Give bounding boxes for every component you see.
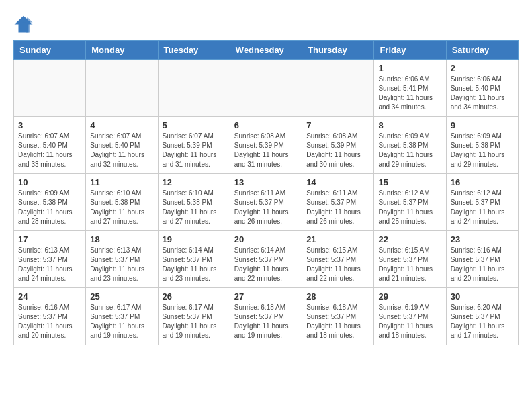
- weekday-header-thursday: Thursday: [302, 41, 374, 60]
- day-number: 2: [451, 63, 514, 73]
- day-number: 13: [234, 177, 298, 187]
- day-number: 9: [451, 120, 514, 130]
- day-number: 20: [234, 234, 298, 244]
- day-info: Sunrise: 6:15 AM Sunset: 5:37 PM Dayligh…: [306, 246, 369, 283]
- day-info: Sunrise: 6:11 AM Sunset: 5:37 PM Dayligh…: [306, 189, 369, 226]
- calendar-cell: 6Sunrise: 6:08 AM Sunset: 5:39 PM Daylig…: [230, 117, 302, 174]
- calendar-cell: 9Sunrise: 6:09 AM Sunset: 5:38 PM Daylig…: [446, 117, 518, 174]
- calendar-cell: 3Sunrise: 6:07 AM Sunset: 5:40 PM Daylig…: [14, 117, 86, 174]
- day-info: Sunrise: 6:10 AM Sunset: 5:38 PM Dayligh…: [90, 189, 153, 226]
- day-info: Sunrise: 6:08 AM Sunset: 5:39 PM Dayligh…: [306, 132, 369, 169]
- day-info: Sunrise: 6:14 AM Sunset: 5:37 PM Dayligh…: [163, 246, 226, 283]
- day-number: 18: [90, 234, 153, 244]
- day-number: 23: [451, 234, 514, 244]
- day-number: 7: [306, 120, 369, 130]
- day-number: 8: [378, 120, 441, 130]
- day-number: 22: [378, 234, 441, 244]
- day-info: Sunrise: 6:09 AM Sunset: 5:38 PM Dayligh…: [378, 132, 441, 169]
- calendar-cell: 30Sunrise: 6:20 AM Sunset: 5:37 PM Dayli…: [446, 288, 518, 345]
- day-number: 26: [163, 291, 226, 302]
- calendar-cell: 19Sunrise: 6:14 AM Sunset: 5:37 PM Dayli…: [158, 231, 230, 288]
- day-info: Sunrise: 6:07 AM Sunset: 5:40 PM Dayligh…: [18, 132, 81, 169]
- calendar-cell: 1Sunrise: 6:06 AM Sunset: 5:41 PM Daylig…: [374, 60, 446, 117]
- calendar-cell: 5Sunrise: 6:07 AM Sunset: 5:39 PM Daylig…: [158, 117, 230, 174]
- day-number: 1: [378, 63, 441, 73]
- calendar-cell: 8Sunrise: 6:09 AM Sunset: 5:38 PM Daylig…: [374, 117, 446, 174]
- calendar-cell: 29Sunrise: 6:19 AM Sunset: 5:37 PM Dayli…: [374, 288, 446, 345]
- day-info: Sunrise: 6:10 AM Sunset: 5:38 PM Dayligh…: [163, 189, 226, 226]
- day-number: 29: [378, 291, 441, 302]
- day-info: Sunrise: 6:13 AM Sunset: 5:37 PM Dayligh…: [90, 246, 153, 283]
- calendar-week-3: 10Sunrise: 6:09 AM Sunset: 5:38 PM Dayli…: [14, 174, 519, 231]
- calendar-cell: 17Sunrise: 6:13 AM Sunset: 5:37 PM Dayli…: [14, 231, 86, 288]
- day-number: 14: [306, 177, 369, 187]
- calendar-cell: 21Sunrise: 6:15 AM Sunset: 5:37 PM Dayli…: [302, 231, 374, 288]
- day-info: Sunrise: 6:06 AM Sunset: 5:41 PM Dayligh…: [378, 75, 441, 112]
- day-info: Sunrise: 6:17 AM Sunset: 5:37 PM Dayligh…: [163, 303, 226, 340]
- calendar-cell: [86, 60, 158, 117]
- calendar-cell: 22Sunrise: 6:15 AM Sunset: 5:37 PM Dayli…: [374, 231, 446, 288]
- calendar-cell: 7Sunrise: 6:08 AM Sunset: 5:39 PM Daylig…: [302, 117, 374, 174]
- day-info: Sunrise: 6:20 AM Sunset: 5:37 PM Dayligh…: [451, 303, 514, 340]
- calendar-cell: 16Sunrise: 6:12 AM Sunset: 5:37 PM Dayli…: [446, 174, 518, 231]
- day-info: Sunrise: 6:12 AM Sunset: 5:37 PM Dayligh…: [451, 189, 514, 226]
- calendar-cell: 15Sunrise: 6:12 AM Sunset: 5:37 PM Dayli…: [374, 174, 446, 231]
- calendar-cell: 28Sunrise: 6:18 AM Sunset: 5:37 PM Dayli…: [302, 288, 374, 345]
- weekday-header-row: SundayMondayTuesdayWednesdayThursdayFrid…: [14, 41, 519, 60]
- day-number: 28: [306, 291, 369, 302]
- calendar-week-5: 24Sunrise: 6:16 AM Sunset: 5:37 PM Dayli…: [14, 288, 519, 345]
- day-info: Sunrise: 6:06 AM Sunset: 5:40 PM Dayligh…: [451, 75, 514, 112]
- calendar-cell: 14Sunrise: 6:11 AM Sunset: 5:37 PM Dayli…: [302, 174, 374, 231]
- day-number: 16: [451, 177, 514, 187]
- calendar-cell: 24Sunrise: 6:16 AM Sunset: 5:37 PM Dayli…: [14, 288, 86, 345]
- calendar-cell: 20Sunrise: 6:14 AM Sunset: 5:37 PM Dayli…: [230, 231, 302, 288]
- day-info: Sunrise: 6:07 AM Sunset: 5:40 PM Dayligh…: [90, 132, 153, 169]
- calendar-table: SundayMondayTuesdayWednesdayThursdayFrid…: [13, 40, 519, 345]
- day-info: Sunrise: 6:19 AM Sunset: 5:37 PM Dayligh…: [378, 303, 441, 340]
- day-number: 15: [378, 177, 441, 187]
- calendar-cell: [302, 60, 374, 117]
- calendar-cell: 18Sunrise: 6:13 AM Sunset: 5:37 PM Dayli…: [86, 231, 158, 288]
- day-info: Sunrise: 6:11 AM Sunset: 5:37 PM Dayligh…: [234, 189, 298, 226]
- weekday-header-friday: Friday: [374, 41, 446, 60]
- day-info: Sunrise: 6:14 AM Sunset: 5:37 PM Dayligh…: [234, 246, 298, 283]
- day-info: Sunrise: 6:16 AM Sunset: 5:37 PM Dayligh…: [451, 246, 514, 283]
- day-info: Sunrise: 6:17 AM Sunset: 5:37 PM Dayligh…: [90, 303, 153, 340]
- day-number: 11: [90, 177, 153, 187]
- calendar-cell: 4Sunrise: 6:07 AM Sunset: 5:40 PM Daylig…: [86, 117, 158, 174]
- calendar-cell: 23Sunrise: 6:16 AM Sunset: 5:37 PM Dayli…: [446, 231, 518, 288]
- weekday-header-wednesday: Wednesday: [230, 41, 302, 60]
- calendar-week-2: 3Sunrise: 6:07 AM Sunset: 5:40 PM Daylig…: [14, 117, 519, 174]
- calendar-cell: 11Sunrise: 6:10 AM Sunset: 5:38 PM Dayli…: [86, 174, 158, 231]
- day-info: Sunrise: 6:09 AM Sunset: 5:38 PM Dayligh…: [18, 189, 81, 226]
- day-number: 21: [306, 234, 369, 244]
- calendar-cell: 27Sunrise: 6:18 AM Sunset: 5:37 PM Dayli…: [230, 288, 302, 345]
- day-info: Sunrise: 6:15 AM Sunset: 5:37 PM Dayligh…: [378, 246, 441, 283]
- day-info: Sunrise: 6:12 AM Sunset: 5:37 PM Dayligh…: [378, 189, 441, 226]
- calendar-cell: 10Sunrise: 6:09 AM Sunset: 5:38 PM Dayli…: [14, 174, 86, 231]
- day-number: 5: [163, 120, 226, 130]
- day-info: Sunrise: 6:08 AM Sunset: 5:39 PM Dayligh…: [234, 132, 298, 169]
- day-number: 4: [90, 120, 153, 130]
- day-number: 30: [451, 291, 514, 302]
- day-info: Sunrise: 6:18 AM Sunset: 5:37 PM Dayligh…: [234, 303, 298, 340]
- day-number: 27: [234, 291, 298, 302]
- day-number: 10: [18, 177, 81, 187]
- day-number: 25: [90, 291, 153, 302]
- calendar-cell: [14, 60, 86, 117]
- calendar-week-4: 17Sunrise: 6:13 AM Sunset: 5:37 PM Dayli…: [14, 231, 519, 288]
- calendar-cell: 12Sunrise: 6:10 AM Sunset: 5:38 PM Dayli…: [158, 174, 230, 231]
- logo: [13, 13, 36, 34]
- weekday-header-tuesday: Tuesday: [158, 41, 230, 60]
- page-header: [13, 13, 519, 34]
- calendar-cell: 26Sunrise: 6:17 AM Sunset: 5:37 PM Dayli…: [158, 288, 230, 345]
- day-info: Sunrise: 6:13 AM Sunset: 5:37 PM Dayligh…: [18, 246, 81, 283]
- calendar-cell: 25Sunrise: 6:17 AM Sunset: 5:37 PM Dayli…: [86, 288, 158, 345]
- logo-icon: [13, 13, 34, 34]
- weekday-header-monday: Monday: [86, 41, 158, 60]
- day-info: Sunrise: 6:09 AM Sunset: 5:38 PM Dayligh…: [451, 132, 514, 169]
- day-number: 12: [163, 177, 226, 187]
- day-info: Sunrise: 6:16 AM Sunset: 5:37 PM Dayligh…: [18, 303, 81, 340]
- day-number: 19: [163, 234, 226, 244]
- day-number: 6: [234, 120, 298, 130]
